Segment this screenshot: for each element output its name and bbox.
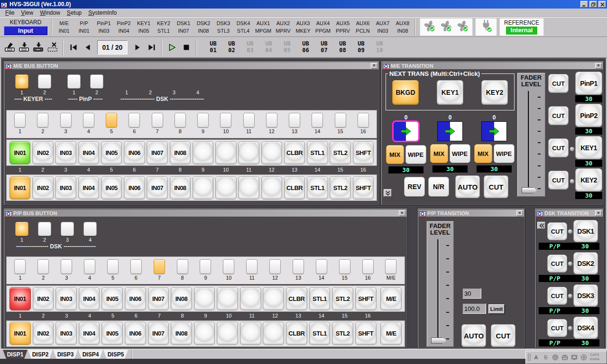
cut-trans-button[interactable]: CUT: [484, 175, 508, 198]
source-button-in01[interactable]: IN01: [9, 176, 30, 200]
previous-event-icon[interactable]: [81, 41, 94, 54]
crosspoint-select-button-6[interactable]: [130, 259, 142, 274]
crosspoint-select-button-3[interactable]: [60, 113, 72, 127]
cut-button-dsk4[interactable]: CUT: [547, 319, 567, 337]
source-button-in01[interactable]: IN01: [9, 322, 31, 345]
me-bus-titlebar[interactable]: M/E BUS BUTTON ×: [5, 62, 378, 69]
limit-value-field[interactable]: 100.0: [462, 303, 486, 314]
crosspoint-select-button-16[interactable]: [362, 259, 374, 274]
crosspoint-select-button-9[interactable]: [197, 113, 209, 127]
crosspoint-select-button-15[interactable]: [335, 113, 346, 127]
source-button-blank[interactable]: [194, 322, 215, 345]
source-button-in06[interactable]: IN06: [124, 176, 145, 200]
source-button-blank[interactable]: [261, 176, 282, 200]
user-button-01[interactable]: UB01: [204, 41, 222, 54]
crosspoint-select-button-12[interactable]: [266, 113, 277, 127]
user-button-04[interactable]: UB04: [259, 41, 278, 54]
minimize-icon[interactable]: [580, 1, 588, 8]
source-button-me[interactable]: M/E: [380, 322, 402, 345]
transition-rate-field[interactable]: 30: [462, 288, 481, 299]
source-button-shft[interactable]: SHFT: [353, 141, 374, 164]
source-button-in01[interactable]: IN01: [9, 287, 31, 310]
mix-button[interactable]: MIX: [386, 145, 404, 164]
tab-disp4[interactable]: DISP4: [78, 350, 103, 359]
crosspoint-select-button-4[interactable]: [84, 259, 95, 274]
source-button-blank[interactable]: [261, 141, 282, 164]
ime-conversion-mode-icon[interactable]: [542, 354, 550, 362]
user-button-02[interactable]: UB02: [222, 41, 241, 54]
fader-slider[interactable]: [430, 239, 451, 344]
rev-button[interactable]: REV: [404, 177, 425, 197]
source-button-shft[interactable]: SHFT: [355, 287, 377, 310]
pp-trans-titlebar[interactable]: P/P TRANSITION ×: [419, 209, 524, 217]
source-button-in08[interactable]: IN08: [171, 322, 192, 345]
user-button-10[interactable]: UB10: [370, 41, 389, 54]
crosspoint-select-button-10[interactable]: [220, 113, 231, 127]
source-button-stl1[interactable]: STL1: [309, 287, 331, 310]
source-button-stl2[interactable]: STL2: [330, 176, 350, 200]
cut-trans-button[interactable]: CUT: [491, 324, 515, 347]
crosspoint-select-button-4[interactable]: [83, 113, 94, 127]
source-button-in06[interactable]: IN06: [124, 141, 145, 164]
dsk-trans-titlebar[interactable]: DSK TRANSITION ×: [536, 209, 603, 217]
crosspoint-select-button-9[interactable]: [200, 259, 211, 274]
keyer-button-key2[interactable]: KEY2: [575, 168, 602, 191]
close-icon[interactable]: [598, 1, 606, 8]
source-button-blank[interactable]: [217, 322, 238, 345]
delegation-button[interactable]: [83, 222, 97, 236]
source-button-stl2[interactable]: STL2: [332, 287, 353, 310]
tab-disp2[interactable]: DISP2: [28, 350, 53, 359]
limit-button[interactable]: Limit: [488, 304, 505, 314]
play-event-icon[interactable]: [166, 41, 178, 54]
go-first-event-icon[interactable]: [67, 41, 80, 54]
crosspoint-select-button-8[interactable]: [177, 259, 188, 274]
delegation-button[interactable]: [15, 74, 28, 89]
wipe-pattern-preview[interactable]: [437, 121, 463, 141]
crosspoint-select-button-1[interactable]: [14, 259, 26, 274]
app-titlebar[interactable]: HVS-35GUI (Ver.1.00.0): [0, 0, 607, 9]
cut-button-key1[interactable]: CUT: [548, 138, 569, 157]
source-button-clbr[interactable]: CLBR: [286, 322, 307, 345]
cut-button-dsk1[interactable]: CUT: [547, 222, 567, 240]
user-button-03[interactable]: UB03: [241, 41, 259, 54]
user-button-07[interactable]: UB07: [315, 41, 333, 54]
cut-button-pinp1[interactable]: CUT: [548, 74, 569, 93]
event-store-icon[interactable]: [18, 41, 31, 54]
source-button-blank[interactable]: [193, 141, 213, 164]
menu-systeminfo[interactable]: SystemInfo: [85, 9, 120, 16]
keyboard-input-button[interactable]: Input: [4, 26, 47, 35]
fader-handle[interactable]: [431, 337, 447, 344]
user-button-05[interactable]: UB05: [278, 41, 296, 54]
crosspoint-select-button-2[interactable]: [37, 259, 49, 274]
close-icon[interactable]: ×: [399, 210, 405, 216]
close-icon[interactable]: ×: [516, 210, 523, 216]
source-button-in05[interactable]: IN05: [101, 287, 123, 310]
crosspoint-select-button-11[interactable]: [246, 259, 258, 274]
ime-pad-icon[interactable]: [570, 354, 578, 362]
event-edit-icon[interactable]: [4, 41, 17, 54]
source-button-in03[interactable]: IN03: [55, 141, 76, 164]
close-icon[interactable]: ×: [595, 210, 602, 216]
menu-view[interactable]: View: [18, 9, 37, 16]
auto-trans-button[interactable]: AUTO: [455, 175, 480, 198]
source-button-me[interactable]: M/E: [380, 287, 402, 310]
source-button-stl1[interactable]: STL1: [307, 176, 328, 200]
crosspoint-select-button-7[interactable]: [154, 259, 165, 274]
source-button-in03[interactable]: IN03: [55, 176, 76, 200]
source-button-in05[interactable]: IN05: [101, 176, 122, 200]
source-button-stl1[interactable]: STL1: [309, 322, 331, 345]
crosspoint-select-button-2[interactable]: [37, 113, 48, 127]
crosspoint-select-button-15[interactable]: [339, 259, 350, 274]
source-button-in02[interactable]: IN02: [33, 287, 54, 310]
event-delete-icon[interactable]: [46, 41, 59, 54]
source-button-in04[interactable]: IN04: [79, 287, 100, 310]
mix-button[interactable]: MIX: [474, 144, 492, 163]
crosspoint-select-button-3[interactable]: [61, 259, 72, 274]
me-trans-titlebar[interactable]: M/E TRANSITION ×: [382, 62, 603, 69]
crosspoint-select-button-1[interactable]: [14, 113, 26, 127]
delegation-button[interactable]: [38, 222, 51, 236]
source-button-blank[interactable]: [263, 322, 284, 345]
crosspoint-select-button-13[interactable]: [289, 113, 300, 127]
menu-file[interactable]: File: [2, 9, 18, 16]
source-button-in04[interactable]: IN04: [78, 141, 99, 164]
